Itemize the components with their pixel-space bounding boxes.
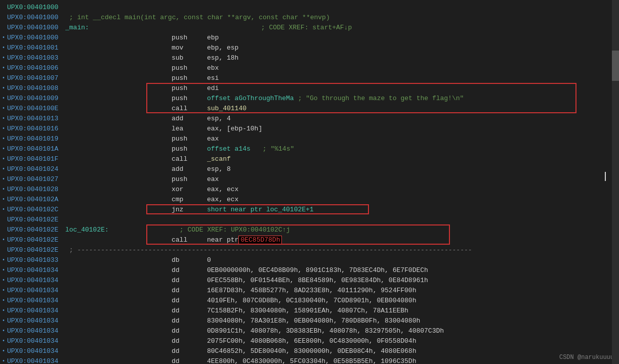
content-push-a14s: push offset a14s ; "%14s" — [65, 145, 619, 153]
xref-comment: ; CODE XREF: start+AF↓p — [261, 24, 352, 31]
mnemonic-lea: lea — [172, 125, 207, 132]
bullet-push-a14s: • — [0, 146, 7, 152]
addr-push-eax: UPX0:00401019 — [7, 135, 65, 143]
code-view: UPX0:00401000 UPX0:00401000 ; int __cdec… — [0, 0, 619, 364]
content-push-eax: push eax — [65, 135, 619, 143]
line-xor: • UPX0:00401028 xor eax, ecx — [0, 184, 619, 194]
addr-jnz: UPX0:0040102C — [7, 206, 65, 213]
line-add-esp4: • UPX0:00401013 add esp, 4 — [0, 113, 619, 123]
bullet-push-offset: • — [0, 96, 7, 101]
bullet-mov: • — [0, 45, 7, 51]
line-dd8: • UPX0:00401034 dd 2075FC00h, 4080B068h,… — [0, 336, 619, 346]
addr-empty: UPX0:0040102E — [7, 216, 65, 223]
content-dd8: dd 2075FC00h, 4080B068h, 6EE800h, 0C4830… — [65, 337, 619, 345]
line-dd10: • UPX0:00401034 dd 4EE800h, 0C4830000h, … — [0, 356, 619, 364]
operand-dd6: 83004080h, 78A301E8h, 0EB004080h, 780D8B… — [207, 317, 420, 325]
mnemonic-add-esp4: add — [172, 115, 207, 122]
operand-db0: 0 — [207, 256, 211, 264]
content-loc-label: loc_40102E: ; CODE XREF: UPX0:0040102C↑j — [65, 226, 619, 234]
mnemonic-db0: db — [172, 256, 207, 264]
operand-push-edi: edi — [207, 84, 219, 92]
comment-loc: ; CODE XREF: UPX0:0040102C↑j — [180, 226, 290, 234]
line-push-a14s: • UPX0:0040101A push offset a14s ; "%14s… — [0, 144, 619, 154]
addr-xor: UPX0:00401028 — [7, 186, 65, 193]
line-1: UPX0:00401000 — [0, 2, 619, 12]
addr-loc-label: UPX0:0040102E — [7, 226, 65, 234]
bullet-dd5: • — [0, 308, 7, 313]
line-loc-label: UPX0:0040102E loc_40102E: ; CODE XREF: U… — [0, 224, 619, 235]
addr-3: UPX0:00401000 — [7, 24, 65, 31]
content-dd2: dd 0FEC558Bh, 0F01544BEh, 8BE84589h, 0E9… — [65, 277, 619, 284]
bullet-add-esp8: • — [0, 166, 7, 172]
mnemonic-dd1: dd — [172, 266, 207, 274]
content-call-near: call near ptr 0EC85D78Dh — [65, 236, 619, 244]
operand-mov: ebp, esp — [207, 44, 238, 52]
content-push-edi: push edi — [65, 84, 619, 92]
line-dd4: • UPX0:00401034 dd 4010FEh, 807C0D8Bh, 0… — [0, 295, 619, 305]
content-add-esp8: add esp, 8 — [65, 165, 619, 173]
operand-dd8: 2075FC00h, 4080B068h, 6EE800h, 0C4830000… — [207, 337, 416, 345]
bullet-dd6: • — [0, 318, 7, 324]
bullet-jnz: • — [0, 207, 7, 212]
operand-push-a14s: offset a14s — [207, 145, 251, 153]
operand-push-eax: eax — [207, 135, 219, 143]
line-mov: • UPX0:00401001 mov ebp, esp — [0, 42, 619, 53]
addr-1: UPX0:00401000 — [7, 4, 65, 11]
mnemonic-cmp: cmp — [172, 196, 207, 203]
mnemonic-push-eax: push — [172, 135, 207, 143]
operand-dd3: 16E87D83h, 458B5277h, 8AD233E8h, 4011129… — [207, 287, 416, 294]
line-dd1: • UPX0:00401034 dd 0EB0000000h, 0EC4D8B0… — [0, 265, 619, 275]
content-dd9: dd 80C46852h, 5DE80040h, 83000000h, 0DEB… — [65, 347, 619, 355]
box-region: • UPX0:00401008 push edi • UPX0:00401009… — [0, 83, 619, 113]
operand-dd10: 4EE800h, 0C4830000h, 5FC03304h, 0E58B5B5… — [207, 357, 416, 365]
operand-lea: eax, [ebp-10h] — [207, 125, 262, 132]
bullet-call-near: • — [0, 237, 7, 243]
addr-push-a14s: UPX0:0040101A — [7, 145, 65, 153]
operand-push-ebp: ebp — [207, 34, 219, 41]
comment-goto: ; "Go through the maze to get the flag!\… — [298, 95, 464, 102]
mnemonic-call-sub: call — [172, 105, 207, 112]
mnemonic-push-esi: push — [172, 74, 207, 82]
bullet-push-esi: • — [0, 75, 7, 81]
content-dd3: dd 16E87D83h, 458B5277h, 8AD233E8h, 4011… — [65, 287, 619, 294]
content-push-esi: push esi — [65, 74, 619, 82]
bullet-dd9: • — [0, 348, 7, 354]
vertical-scrollbar[interactable] — [612, 0, 619, 364]
bullet-dd3: • — [0, 288, 7, 293]
content-jnz: jnz short near ptr loc_40102E+1 — [65, 206, 619, 213]
text-cursor — [605, 172, 606, 181]
mnemonic-sub: sub — [172, 54, 207, 62]
addr-call-scanf: UPX0:0040101F — [7, 155, 65, 163]
line-db0: • UPX0:00401033 db 0 — [0, 255, 619, 265]
line-call-sub: • UPX0:0040100E call sub_401140 — [0, 103, 619, 113]
line-push-ebx: • UPX0:00401006 push ebx — [0, 63, 619, 73]
operand-push-eax2: eax — [207, 175, 219, 183]
mnemonic-dd10: dd — [172, 357, 207, 365]
mnemonic-xor: xor — [172, 186, 207, 193]
mnemonic-dd2: dd — [172, 277, 207, 284]
addr-2: UPX0:00401000 — [7, 14, 65, 21]
line-jnz: • UPX0:0040102C jnz short near ptr loc_4… — [0, 204, 619, 214]
content-sub: sub esp, 18h — [65, 54, 619, 62]
line-push-offset: • UPX0:00401009 push offset aGoThroughTh… — [0, 93, 619, 103]
watermark: CSDN @narukuuuu — [559, 354, 614, 361]
bullet-push-eax2: • — [0, 176, 7, 182]
mnemonic-dd7: dd — [172, 327, 207, 335]
jnz-region: • UPX0:0040102C jnz short near ptr loc_4… — [0, 204, 619, 214]
mnemonic-dd5: dd — [172, 307, 207, 314]
mnemonic-push-a14s: push — [172, 145, 207, 153]
line-2: UPX0:00401000 ; int __cdecl main(int arg… — [0, 12, 619, 22]
addr-dd8: UPX0:00401034 — [7, 337, 65, 345]
mnemonic-dd6: dd — [172, 317, 207, 325]
bullet-push-eax: • — [0, 136, 7, 142]
content-dd1: dd 0EB0000000h, 0EC4D8B09h, 8901C183h, 7… — [65, 266, 619, 274]
addr-dd3: UPX0:00401034 — [7, 287, 65, 294]
addr-dd1: UPX0:00401034 — [7, 266, 65, 274]
mnemonic-add-esp8: add — [172, 165, 207, 173]
mnemonic-push-ebp: push — [172, 34, 207, 41]
addr-push-edi: UPX0:00401008 — [7, 84, 65, 92]
scrollbar-thumb[interactable] — [612, 51, 619, 81]
operand-dd4: 4010FEh, 807C0D8Bh, 0C1830040h, 7C0D8901… — [207, 297, 416, 304]
mnemonic-push-offset: push — [172, 95, 207, 102]
mnemonic-dd8: dd — [172, 337, 207, 345]
